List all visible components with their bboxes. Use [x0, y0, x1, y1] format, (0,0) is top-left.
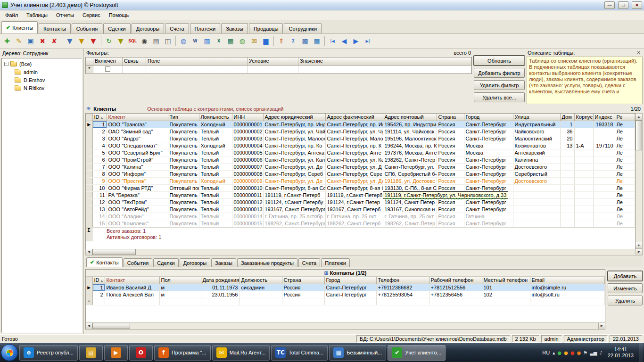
explorer-taskbar-button[interactable]: ▤ — [79, 345, 103, 361]
filter-cell[interactable] — [123, 66, 146, 74]
column-header[interactable]: ID▲ — [92, 114, 107, 121]
scroll-up-icon[interactable]: ▲ — [636, 114, 642, 120]
search-icon[interactable]: ◉ — [139, 35, 150, 47]
tab-item[interactable]: Платежи — [190, 23, 221, 33]
column-header[interactable]: Пол — [159, 277, 201, 284]
column-header[interactable]: Email — [530, 277, 582, 284]
table-row[interactable]: ▶1ООО "Трансгаз"ПокупательХолодный000000… — [86, 121, 635, 128]
tab-active[interactable]: ✔Контакты — [86, 257, 123, 267]
export-word-icon[interactable]: W — [190, 35, 201, 47]
send-mail-icon[interactable]: ✉ — [248, 35, 260, 47]
tree-node[interactable]: D.Ershov — [13, 76, 81, 84]
contacts-button[interactable]: Добавить — [608, 271, 643, 281]
tab-item[interactable]: Продавцы — [249, 23, 283, 33]
tree-expand-icon[interactable]: ▩ — [299, 35, 311, 47]
media-player-taskbar-button[interactable]: ▶ — [104, 345, 128, 361]
table-row[interactable]: 2ОАО "Зимний сад"ПокупательТеплый0000000… — [86, 128, 635, 135]
table-row[interactable]: ▶1Иванов Василий Д.м01.11.1973сисадминРо… — [86, 284, 605, 291]
tree-expander-icon[interactable]: − — [4, 62, 8, 66]
close-button[interactable]: ✕ — [632, 1, 642, 9]
column-header[interactable]: Адрес юридический — [263, 114, 325, 121]
start-button[interactable] — [1, 344, 18, 361]
scroll-thumb[interactable] — [92, 323, 130, 329]
client-app-taskbar-button[interactable]: ✔Учет клиенто... — [388, 345, 445, 361]
menu-item[interactable]: Помощь — [105, 11, 133, 19]
tab-item[interactable]: Сделки — [103, 23, 131, 33]
column-header[interactable]: Тип — [168, 114, 199, 121]
filter-column-header[interactable]: Условие — [248, 58, 298, 66]
mailru-agent-taskbar-button[interactable]: ✉Mail.Ru Агент... — [212, 345, 270, 361]
contacts-button[interactable]: Удалить — [608, 296, 643, 305]
filter-cell[interactable] — [248, 66, 298, 74]
column-header[interactable]: Должность — [239, 277, 282, 284]
print-icon[interactable]: ▤ — [150, 35, 162, 47]
column-header[interactable]: Телефон — [376, 277, 429, 284]
tab-active[interactable]: ✔Клиенты — [1, 21, 38, 33]
chart-icon[interactable]: ▆ — [260, 35, 272, 47]
import-icon[interactable]: ⇑ — [276, 35, 287, 47]
export-web-icon[interactable]: ◍ — [178, 35, 189, 47]
tab-item[interactable]: Счета — [165, 23, 189, 33]
menu-item[interactable]: Отчеты — [52, 11, 78, 19]
messenger-tray-icon[interactable]: ● — [564, 350, 568, 355]
agent-tray-icon[interactable]: ● — [557, 350, 561, 355]
quick-filter-icon[interactable]: ▼ — [115, 35, 126, 47]
column-header[interactable]: Местный телефон — [482, 277, 530, 284]
sum-icon[interactable]: Σ — [288, 35, 299, 47]
tab-item[interactable]: Заказанные продукты — [237, 258, 297, 267]
nav-last-icon[interactable]: ▶| — [362, 35, 373, 47]
export-html-icon[interactable]: ◍ — [237, 35, 248, 47]
table-row[interactable]: 3ООО "Андрэ"ПокупательТеплый0000000003Са… — [86, 135, 635, 142]
delete-rows-icon[interactable]: ✘ — [49, 35, 60, 47]
internet-explorer-taskbar-button[interactable]: eРеестр опубл... — [19, 345, 78, 361]
hidden-icons-icon[interactable]: ▴ — [553, 350, 555, 355]
table-row[interactable]: 11РА "Березка"ПокупательТеплый0000000011… — [86, 191, 635, 198]
minimize-button[interactable]: — — [604, 1, 615, 9]
filter-column-header[interactable]: Связь — [123, 58, 146, 66]
filter-column-header[interactable]: Поле — [146, 58, 248, 66]
export-excel-icon[interactable]: X — [213, 35, 224, 47]
column-header[interactable]: Страна — [437, 114, 464, 121]
scroll-thumb[interactable] — [92, 249, 136, 255]
show-desktop-button[interactable] — [639, 343, 643, 362]
nav-first-icon[interactable]: |◀ — [327, 35, 338, 47]
table-row[interactable]: 10ООО "Фирма РТД"Оптовый покТеплый000000… — [86, 184, 635, 191]
new-row[interactable]: * — [86, 298, 605, 305]
column-header[interactable]: Город — [324, 277, 376, 284]
table-row[interactable]: 12ООО "ТехПром"ПокупательТеплый000000001… — [86, 198, 635, 206]
vertical-scrollbar[interactable]: ▲ ▼ — [636, 113, 643, 249]
preview-icon[interactable]: ◫ — [162, 35, 173, 47]
copy-record-icon[interactable]: ▣ — [25, 35, 36, 47]
tab-item[interactable]: Заказы — [211, 258, 236, 267]
scroll-right-icon[interactable]: ▶ — [598, 323, 605, 329]
volume-tray-icon[interactable]: ♪ — [600, 350, 603, 355]
scroll-down-icon[interactable]: ▼ — [636, 242, 642, 248]
column-header[interactable]: Страна — [282, 277, 324, 284]
table-row[interactable]: 15ООО "Комплекс"ПокупательТеплый00000000… — [86, 220, 635, 227]
nav-prev-icon[interactable]: ◀ — [339, 35, 350, 47]
filter-column-header[interactable]: Значение — [298, 58, 471, 66]
tab-item[interactable]: Счета — [298, 258, 320, 267]
column-header[interactable]: Ре — [615, 114, 635, 121]
add-record-icon[interactable]: ✚ — [1, 35, 13, 47]
menu-item[interactable]: Файл — [1, 11, 22, 19]
filter-enabled-checkbox[interactable] — [105, 66, 110, 72]
firefox-taskbar-button[interactable]: fПрограмма "... — [154, 345, 211, 361]
table-row[interactable]: 4ООО "Спецавтомат"ПокупательХолодный0000… — [86, 142, 635, 149]
nav-next-icon[interactable]: ▶ — [350, 35, 362, 47]
edit-record-icon[interactable]: ✎ — [13, 35, 25, 47]
table-row[interactable]: 14ООО "Аладин"ПокупательТеплый0000000014… — [86, 213, 635, 220]
tab-item[interactable]: Заказы — [221, 23, 248, 33]
table-row[interactable]: 8ООО "Информ"ПокупательТеплый0000000008С… — [86, 170, 635, 177]
tree-root-node[interactable]: − (Все) — [3, 60, 81, 68]
filter-cell[interactable] — [298, 66, 471, 74]
filter-clear-icon[interactable]: ▼ — [88, 35, 99, 47]
contacts-horizontal-scrollbar[interactable]: ◀ ▶ — [86, 322, 605, 329]
tree-node[interactable]: N.Ritikov — [13, 84, 81, 92]
untitled-window-taskbar-button[interactable]: ▦Безымянный... — [329, 345, 386, 361]
language-indicator[interactable]: RU — [542, 350, 550, 355]
sql-icon[interactable]: SQL — [127, 35, 138, 47]
column-header[interactable]: Корпус — [574, 114, 593, 121]
column-header[interactable]: Дата рождения — [201, 277, 239, 284]
table-row[interactable]: 6ООО "ПромСтрой"ПокупательТеплый00000000… — [86, 156, 635, 163]
